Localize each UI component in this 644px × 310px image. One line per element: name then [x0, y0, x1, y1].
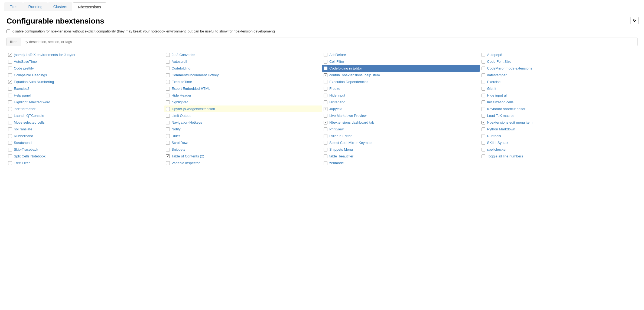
list-item[interactable]: Rubberband: [6, 133, 164, 139]
extension-checkbox[interactable]: [324, 94, 327, 97]
list-item[interactable]: Scratchpad: [6, 139, 164, 146]
list-item[interactable]: Code prettify: [6, 65, 164, 72]
extension-checkbox[interactable]: [482, 148, 485, 151]
extension-checkbox[interactable]: [324, 121, 327, 124]
list-item[interactable]: Variable Inspector: [164, 160, 322, 166]
extension-checkbox[interactable]: [8, 60, 12, 64]
list-item[interactable]: ExecuteTime: [164, 78, 322, 85]
list-item[interactable]: Hinterland: [322, 99, 480, 105]
list-item[interactable]: Snippets Menu: [322, 146, 480, 153]
list-item[interactable]: Hide Header: [164, 92, 322, 99]
extension-checkbox[interactable]: [324, 141, 327, 145]
extension-checkbox[interactable]: [324, 100, 327, 104]
list-item[interactable]: Skip-Traceback: [6, 146, 164, 153]
list-item[interactable]: highlighter: [164, 99, 322, 105]
filter-input[interactable]: [21, 38, 637, 46]
list-item[interactable]: Cell Filter: [322, 58, 480, 65]
extension-checkbox[interactable]: [324, 107, 327, 111]
extension-checkbox[interactable]: [166, 154, 170, 158]
extension-checkbox[interactable]: [324, 60, 327, 64]
list-item[interactable]: Jupytext: [322, 105, 480, 112]
list-item[interactable]: Codefolding: [164, 65, 322, 72]
extension-checkbox[interactable]: [482, 141, 485, 145]
list-item[interactable]: AddBefore: [322, 51, 480, 58]
extension-checkbox[interactable]: [324, 80, 327, 84]
tab-clusters[interactable]: Clusters: [48, 2, 72, 11]
extension-checkbox[interactable]: [166, 100, 170, 104]
extension-checkbox[interactable]: [8, 134, 12, 138]
extension-checkbox[interactable]: [324, 134, 327, 138]
extension-checkbox[interactable]: [324, 148, 327, 151]
list-item[interactable]: Toggle all line numbers: [480, 153, 638, 160]
list-item[interactable]: table_beautifier: [322, 153, 480, 160]
list-item[interactable]: Codefolding in Editor: [322, 65, 480, 72]
extension-checkbox[interactable]: [8, 53, 12, 57]
list-item[interactable]: Export Embedded HTML: [164, 85, 322, 92]
extension-checkbox[interactable]: [482, 67, 485, 70]
extension-checkbox[interactable]: [8, 141, 12, 145]
extension-checkbox[interactable]: [166, 73, 170, 77]
extension-checkbox[interactable]: [482, 94, 485, 97]
list-item[interactable]: Help panel: [6, 92, 164, 99]
list-item[interactable]: jupyter-js-widgets/extension: [164, 105, 322, 112]
list-item[interactable]: Code Font Size: [480, 58, 638, 65]
list-item[interactable]: Execution Dependencies: [322, 78, 480, 85]
list-item[interactable]: nbTranslate: [6, 126, 164, 133]
list-item[interactable]: spellchecker: [480, 146, 638, 153]
list-item[interactable]: datestamper: [480, 72, 638, 78]
extension-checkbox[interactable]: [324, 161, 327, 165]
extension-checkbox[interactable]: [8, 161, 12, 165]
list-item[interactable]: Runtools: [480, 133, 638, 139]
extension-checkbox[interactable]: [166, 80, 170, 84]
extension-checkbox[interactable]: [166, 67, 170, 70]
list-item[interactable]: Hide input all: [480, 92, 638, 99]
extension-checkbox[interactable]: [166, 148, 170, 151]
extension-checkbox[interactable]: [166, 134, 170, 138]
list-item[interactable]: Comment/Uncomment Hotkey: [164, 72, 322, 78]
extension-checkbox[interactable]: [324, 87, 327, 91]
list-item[interactable]: Snippets: [164, 146, 322, 153]
extension-checkbox[interactable]: [8, 73, 12, 77]
list-item[interactable]: Collapsible Headings: [6, 72, 164, 78]
extension-checkbox[interactable]: [166, 53, 170, 57]
list-item[interactable]: Nbextensions dashboard tab: [322, 119, 480, 126]
extension-checkbox[interactable]: [166, 121, 170, 124]
list-item[interactable]: ScrollDown: [164, 139, 322, 146]
tab-running[interactable]: Running: [23, 2, 48, 11]
extension-checkbox[interactable]: [482, 114, 485, 118]
list-item[interactable]: Limit Output: [164, 112, 322, 119]
list-item[interactable]: Navigation-Hotkeys: [164, 119, 322, 126]
extension-checkbox[interactable]: [482, 100, 485, 104]
extension-checkbox[interactable]: [324, 67, 327, 70]
list-item[interactable]: Initialization cells: [480, 99, 638, 105]
extension-checkbox[interactable]: [166, 114, 170, 118]
list-item[interactable]: SKILL Syntax: [480, 139, 638, 146]
extension-checkbox[interactable]: [8, 67, 12, 70]
list-item[interactable]: Exercise2: [6, 85, 164, 92]
list-item[interactable]: zenmode: [322, 160, 480, 166]
list-item[interactable]: Freeze: [322, 85, 480, 92]
list-item[interactable]: Live Markdown Preview: [322, 112, 480, 119]
list-item[interactable]: Python Markdown: [480, 126, 638, 133]
list-item[interactable]: Select CodeMirror Keymap: [322, 139, 480, 146]
list-item[interactable]: Move selected cells: [6, 119, 164, 126]
extension-checkbox[interactable]: [166, 107, 170, 111]
extension-checkbox[interactable]: [482, 127, 485, 131]
extension-checkbox[interactable]: [482, 73, 485, 77]
list-item[interactable]: Autopep8: [480, 51, 638, 58]
list-item[interactable]: Nbextensions edit menu item: [480, 119, 638, 126]
list-item[interactable]: Notify: [164, 126, 322, 133]
list-item[interactable]: Split Cells Notebook: [6, 153, 164, 160]
extension-checkbox[interactable]: [8, 148, 12, 151]
list-item[interactable]: Tree Filter: [6, 160, 164, 166]
extension-checkbox[interactable]: [8, 114, 12, 118]
refresh-button[interactable]: ↻: [630, 17, 639, 24]
list-item[interactable]: Gist-it: [480, 85, 638, 92]
extension-checkbox[interactable]: [8, 154, 12, 158]
tab-nbextensions[interactable]: Nbextensions: [73, 2, 106, 11]
extension-checkbox[interactable]: [482, 154, 485, 158]
extension-checkbox[interactable]: [482, 80, 485, 84]
list-item[interactable]: Load TeX macros: [480, 112, 638, 119]
list-item[interactable]: Ruler: [164, 133, 322, 139]
extension-checkbox[interactable]: [166, 161, 170, 165]
